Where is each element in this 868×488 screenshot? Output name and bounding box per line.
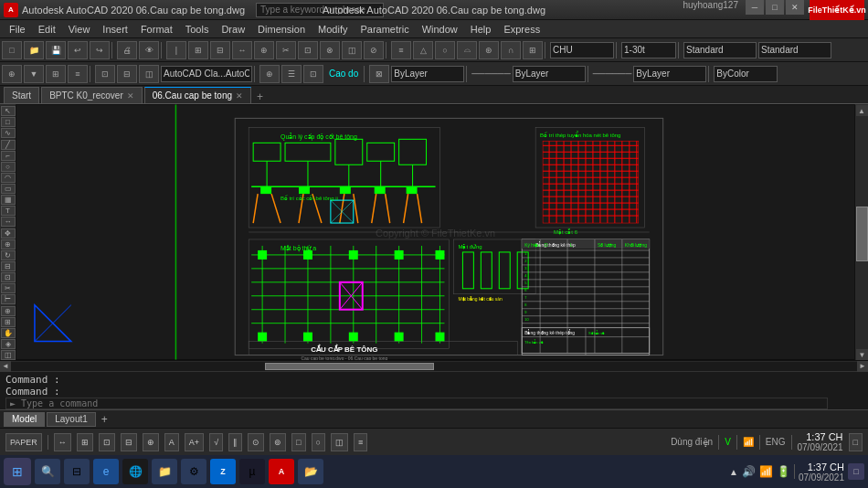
preview-button[interactable]: 👁 bbox=[139, 41, 159, 59]
tb2-icon-9[interactable]: ☰ bbox=[281, 65, 302, 83]
lt-rotate[interactable]: ↻ bbox=[1, 250, 16, 260]
tab-bptc[interactable]: BPTC K0_recover ✕ bbox=[41, 87, 143, 103]
bycolor-select[interactable]: ByColor bbox=[714, 66, 778, 82]
hscroll-left-button[interactable]: ◄ bbox=[0, 361, 11, 372]
status-btn-5[interactable]: ⊕ bbox=[143, 433, 159, 451]
tb2-icon-7[interactable]: ◫ bbox=[139, 65, 159, 83]
tb2-icon-8[interactable]: ⊕ bbox=[259, 65, 280, 83]
right-scrollbar[interactable]: ▲ ▼ bbox=[854, 104, 868, 360]
taskbar-settings[interactable]: ⚙ bbox=[181, 459, 206, 484]
taskbar-search[interactable]: 🔍 bbox=[35, 459, 60, 484]
lt-3dview[interactable]: ◫ bbox=[1, 350, 16, 360]
tb2-icon-1[interactable]: ⊕ bbox=[2, 65, 22, 83]
scale-select[interactable]: 1-30t bbox=[621, 42, 676, 58]
tb-icon-7[interactable]: ⊡ bbox=[298, 41, 318, 59]
status-btn-10[interactable]: ⊙ bbox=[248, 433, 264, 451]
hscroll-track[interactable] bbox=[11, 362, 857, 371]
lt-dim[interactable]: ↔ bbox=[1, 217, 16, 227]
taskbar-autocad[interactable]: A bbox=[269, 459, 294, 484]
lt-polyline[interactable]: ⌐ bbox=[1, 151, 16, 161]
tb2-icon-10[interactable]: ⊡ bbox=[303, 65, 323, 83]
status-btn-3[interactable]: ⊡ bbox=[99, 433, 115, 451]
status-btn-7[interactable]: A+ bbox=[185, 433, 204, 451]
tb2-icon-2[interactable]: ▼ bbox=[24, 65, 44, 83]
tb2-icon-3[interactable]: ⊞ bbox=[46, 65, 66, 83]
status-btn-11[interactable]: ⊚ bbox=[270, 433, 286, 451]
status-btn-4[interactable]: ⊟ bbox=[121, 433, 137, 451]
notifications-button[interactable]: □ bbox=[849, 433, 863, 451]
lt-copy[interactable]: ⊕ bbox=[1, 239, 16, 249]
lt-line[interactable]: ╱ bbox=[1, 140, 16, 150]
bylayer3-select[interactable]: ByLayer bbox=[633, 66, 706, 82]
menu-parametric[interactable]: Parametric bbox=[355, 22, 414, 37]
standard2-select[interactable]: Standard bbox=[758, 42, 831, 58]
hscroll-thumb[interactable] bbox=[265, 363, 434, 370]
lt-mirror[interactable]: ⊟ bbox=[1, 261, 16, 271]
tb-icon-14[interactable]: ⌓ bbox=[457, 41, 477, 59]
menu-tools[interactable]: Tools bbox=[180, 22, 215, 37]
tab-start[interactable]: Start bbox=[4, 87, 39, 103]
taskbar-chevron[interactable]: ▲ bbox=[729, 467, 738, 477]
status-btn-12[interactable]: □ bbox=[291, 433, 305, 451]
taskbar-zalo[interactable]: Z bbox=[210, 459, 236, 484]
tb-icon-12[interactable]: △ bbox=[413, 41, 433, 59]
status-btn-15[interactable]: ≡ bbox=[354, 433, 367, 451]
taskbar-network[interactable]: 📶 bbox=[759, 465, 773, 478]
taskbar-edge[interactable]: e bbox=[93, 459, 119, 484]
add-layout-button[interactable]: + bbox=[98, 413, 111, 426]
taskbar-folder2[interactable]: 📂 bbox=[298, 459, 323, 484]
taskbar-taskview[interactable]: ⊟ bbox=[64, 459, 90, 484]
menu-format[interactable]: Format bbox=[135, 22, 178, 37]
new-button[interactable]: □ bbox=[2, 41, 22, 59]
menu-view[interactable]: View bbox=[63, 22, 96, 37]
taskbar-explorer[interactable]: 📁 bbox=[152, 459, 177, 484]
lt-arc[interactable]: ◠ bbox=[1, 173, 16, 183]
tb-icon-4[interactable]: ↔ bbox=[232, 41, 252, 59]
menu-edit[interactable]: Edit bbox=[33, 22, 61, 37]
lt-arrow[interactable]: ↖ bbox=[1, 106, 16, 116]
tab-bptc-close[interactable]: ✕ bbox=[127, 91, 134, 101]
menu-draw[interactable]: Draw bbox=[216, 22, 250, 37]
open-button[interactable]: 📁 bbox=[24, 41, 44, 59]
lt-scale-tool[interactable]: ⊡ bbox=[1, 272, 16, 282]
status-btn-14[interactable]: ◫ bbox=[331, 433, 348, 451]
undo-button[interactable]: ↩ bbox=[68, 41, 88, 59]
lt-move[interactable]: ✥ bbox=[1, 228, 16, 239]
menu-express[interactable]: Express bbox=[498, 22, 545, 37]
tb-icon-3[interactable]: ⊟ bbox=[210, 41, 230, 59]
tb-icon-9[interactable]: ◫ bbox=[342, 41, 362, 59]
status-btn-1[interactable]: ↔ bbox=[54, 433, 71, 451]
menu-file[interactable]: File bbox=[4, 22, 31, 37]
tb-icon-5[interactable]: ⊕ bbox=[254, 41, 274, 59]
lt-select[interactable]: □ bbox=[1, 117, 16, 127]
close-button[interactable]: ✕ bbox=[786, 0, 804, 15]
tb-icon-10[interactable]: ⊘ bbox=[364, 41, 384, 59]
tb2-icon-11[interactable]: ⊠ bbox=[369, 65, 389, 83]
horizontal-scrollbar[interactable]: ◄ ► bbox=[0, 360, 868, 371]
tb-icon-1[interactable]: | bbox=[166, 41, 186, 59]
lt-hatch[interactable]: ▦ bbox=[1, 195, 16, 205]
scroll-down-button[interactable]: ▼ bbox=[856, 349, 868, 360]
taskbar-speaker[interactable]: 🔊 bbox=[742, 465, 756, 478]
lt-text[interactable]: T bbox=[1, 206, 16, 216]
tab-cau-cap[interactable]: 06.Cau cap be tong ✕ bbox=[144, 87, 251, 103]
menu-help[interactable]: Help bbox=[465, 22, 497, 37]
tb-icon-17[interactable]: ⊞ bbox=[523, 41, 543, 59]
tb-icon-13[interactable]: ○ bbox=[435, 41, 455, 59]
tb-icon-15[interactable]: ⊛ bbox=[479, 41, 499, 59]
lt-extend[interactable]: ⊢ bbox=[1, 294, 16, 304]
scroll-thumb[interactable] bbox=[856, 207, 868, 261]
redo-button[interactable]: ↪ bbox=[90, 41, 110, 59]
menu-insert[interactable]: Insert bbox=[97, 22, 133, 37]
lt-zoom-win[interactable]: ⊕ bbox=[1, 306, 16, 316]
bylayer1-select[interactable]: ByLayer bbox=[391, 66, 464, 82]
lt-rect[interactable]: ▭ bbox=[1, 184, 16, 194]
status-btn-8[interactable]: √ bbox=[209, 433, 223, 451]
lt-pan[interactable]: ✋ bbox=[1, 328, 16, 338]
paper-button[interactable]: PAPER bbox=[5, 433, 42, 451]
taskbar-battery[interactable]: 🔋 bbox=[777, 465, 790, 478]
tb-icon-11[interactable]: ≡ bbox=[391, 41, 411, 59]
tb-icon-2[interactable]: ⊞ bbox=[188, 41, 208, 59]
minimize-button[interactable]: ─ bbox=[746, 0, 764, 15]
standard1-select[interactable]: Standard bbox=[683, 42, 757, 58]
